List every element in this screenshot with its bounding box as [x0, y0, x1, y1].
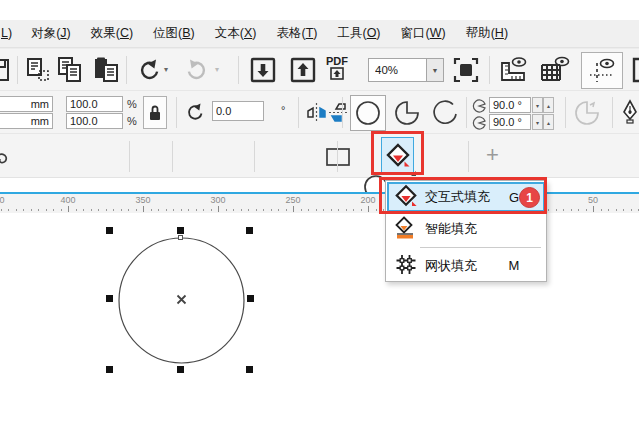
title-bar — [0, 0, 639, 20]
scale-y-percent-label: % — [127, 115, 137, 127]
object-width-field[interactable] — [0, 96, 53, 112]
mesh-fill-icon — [394, 252, 418, 279]
pie-end-spin-up-icon[interactable]: ▴ — [543, 114, 554, 130]
menu-item-effects[interactable]: 效果(C) — [81, 20, 143, 47]
undo-icon[interactable] — [136, 57, 162, 83]
import-icon[interactable] — [249, 56, 277, 84]
show-grid-icon[interactable] — [538, 56, 570, 84]
menu-separator — [420, 247, 541, 248]
ruler-label: 300 — [205, 195, 231, 205]
show-guidelines-icon[interactable] — [581, 52, 623, 89]
change-direction-icon — [573, 99, 601, 127]
paste-icon[interactable] — [92, 56, 120, 84]
selection-handle-top-center[interactable] — [177, 227, 184, 234]
object-center-x-icon[interactable] — [176, 294, 187, 305]
ellipse-mode-button[interactable] — [350, 95, 386, 131]
pie-start-angle-field[interactable] — [489, 97, 531, 113]
ruler-label: 350 — [130, 195, 156, 205]
menu-bar: L) 对象(J) 效果(C) 位图(B) 文本(X) 表格(T) 工具(O) 窗… — [0, 20, 639, 48]
save-icon[interactable] — [0, 57, 14, 83]
redo-icon[interactable] — [184, 57, 210, 83]
annotation-step-badge: 1 — [519, 187, 540, 208]
curve-node[interactable] — [178, 235, 183, 240]
zoom-dropdown-icon[interactable]: ▼ — [426, 58, 444, 82]
menu-item-label: 网状填充 — [425, 257, 477, 275]
menu-item-tools[interactable]: 工具(O) — [327, 20, 390, 47]
pie-end-angle-field[interactable] — [489, 114, 531, 130]
pie-mode-button[interactable] — [389, 95, 425, 131]
pie-start-spin-up-icon[interactable]: ▴ — [543, 97, 554, 113]
ruler-label: 200 — [355, 195, 381, 205]
object-height-field[interactable] — [0, 113, 53, 129]
standard-toolbar: ▾ ▾ PDF ▼ — [0, 48, 639, 90]
scale-x-field[interactable] — [66, 96, 123, 112]
mirror-horizontal-icon[interactable] — [305, 101, 328, 124]
selection-handle-bottom-left[interactable] — [106, 366, 113, 373]
selection-handle-bottom-right[interactable] — [246, 366, 253, 373]
ruler-label: 400 — [55, 195, 81, 205]
pie-start-angle-icon — [472, 99, 486, 113]
show-rulers-icon[interactable] — [497, 56, 529, 84]
undo-dropdown-icon[interactable]: ▾ — [164, 65, 168, 74]
menu-item-text[interactable]: 文本(X) — [205, 20, 267, 47]
full-screen-preview-icon[interactable] — [452, 56, 480, 84]
scale-y-field[interactable] — [66, 113, 123, 129]
menu-item-smart-fill[interactable]: 智能填充 — [387, 212, 545, 245]
ruler-label: 0 — [0, 195, 15, 205]
menu-item-mesh-fill[interactable]: 网状填充 M — [387, 250, 545, 281]
ruler-label: 50 — [580, 195, 606, 205]
menu-item-object[interactable]: 对象(J) — [21, 20, 81, 47]
customize-plus-icon[interactable]: + — [486, 142, 499, 168]
toolbox: 字 + — [0, 133, 639, 178]
menu-item-bitmaps[interactable]: 位图(B) — [143, 20, 205, 47]
selection-handle-top-left[interactable] — [106, 227, 113, 234]
smart-fill-icon — [394, 215, 418, 242]
selection-handle-middle-left[interactable] — [106, 295, 113, 302]
pie-start-spin-down-icon[interactable]: ▾ — [532, 97, 543, 113]
menu-item-window[interactable]: 窗口(W) — [391, 20, 456, 47]
menu-item-partial[interactable]: L) — [0, 20, 21, 47]
ruler-label: 250 — [280, 195, 306, 205]
selection-handle-middle-right[interactable] — [247, 295, 254, 302]
pie-end-spin-down-icon[interactable]: ▾ — [532, 114, 543, 130]
selection-handle-bottom-center[interactable] — [177, 366, 184, 373]
menu-item-shortcut: M — [499, 258, 529, 273]
menu-item-table[interactable]: 表格(T) — [266, 20, 327, 47]
rectangle-tool-icon[interactable] — [18, 142, 639, 172]
degree-label: ° — [281, 104, 285, 116]
publish-pdf-icon[interactable]: PDF — [326, 55, 348, 80]
copy-icon[interactable] — [56, 56, 84, 84]
scale-x-percent-label: % — [127, 98, 137, 110]
export-icon[interactable] — [289, 56, 317, 84]
rotation-icon — [184, 102, 206, 124]
annotation-box-fill-tool — [371, 131, 424, 175]
property-bar: % % ° ▾ ▴ — [0, 90, 639, 133]
pie-end-angle-icon — [472, 116, 486, 130]
freehand-tool-icon[interactable] — [0, 143, 14, 171]
selection-handle-top-right[interactable] — [246, 227, 253, 234]
arc-mode-button[interactable] — [427, 95, 463, 131]
rotation-angle-field[interactable] — [212, 101, 264, 121]
app-window: L) 对象(J) 效果(C) 位图(B) 文本(X) 表格(T) 工具(O) 窗… — [0, 0, 639, 437]
zoom-level-combo: ▼ — [368, 58, 444, 82]
zoom-level-input[interactable] — [368, 58, 426, 82]
outline-pen-icon[interactable] — [621, 99, 639, 125]
menu-item-help[interactable]: 帮助(H) — [456, 20, 518, 47]
mirror-vertical-icon[interactable] — [327, 101, 350, 124]
lock-ratio-icon[interactable] — [143, 96, 167, 129]
paste-special-icon[interactable] — [24, 56, 52, 84]
redo-dropdown-icon[interactable]: ▾ — [215, 65, 219, 74]
menu-item-label: 智能填充 — [425, 220, 477, 238]
partial-toolbar-icon[interactable] — [631, 56, 639, 84]
